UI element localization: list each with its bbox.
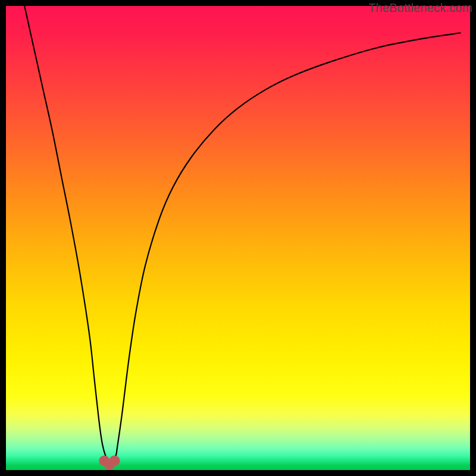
watermark-text: TheBottleneck.com bbox=[368, 1, 472, 15]
plot-area bbox=[6, 6, 470, 470]
outer-frame: TheBottleneck.com bbox=[0, 0, 476, 476]
marker-layer bbox=[6, 6, 470, 470]
min-marker bbox=[109, 455, 120, 466]
